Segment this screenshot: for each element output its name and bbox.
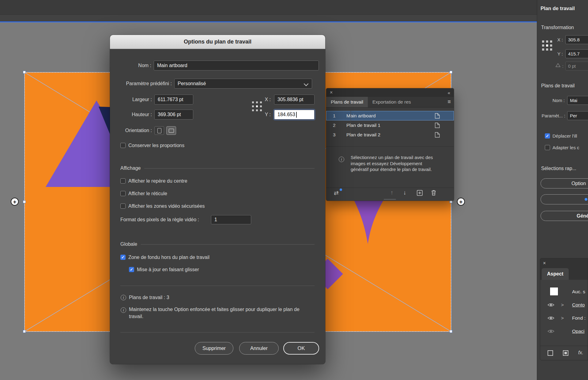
display-section-header: Affichage: [120, 165, 315, 171]
panel-menu-icon[interactable]: ≡: [447, 99, 451, 105]
selection-handle-w[interactable]: [23, 200, 26, 203]
close-icon[interactable]: ×: [543, 260, 546, 266]
orientation-portrait-button[interactable]: [154, 126, 164, 135]
constrain-proportions-label: Conserver les proportions: [128, 143, 184, 148]
portrait-icon: [157, 128, 161, 133]
preset-select[interactable]: Personnalisé: [174, 79, 312, 89]
opacity-link[interactable]: Opaci: [572, 329, 585, 334]
fit-artwork-checkbox[interactable]: [545, 145, 550, 150]
artboard-page-icon[interactable]: [435, 132, 440, 138]
plus-icon: +: [459, 199, 462, 205]
no-appearance-swatch[interactable]: [550, 287, 558, 296]
angle-input: 0 pt: [565, 62, 588, 70]
notification-dot: [585, 198, 587, 201]
tab-appearance[interactable]: Aspect: [542, 268, 569, 280]
artboard-row-3[interactable]: 3 Plan de travail 2: [326, 130, 454, 139]
visibility-eye-icon[interactable]: [548, 329, 554, 333]
name-label: Nom :: [116, 61, 151, 70]
x-value: 305.8836 pt: [277, 97, 303, 102]
fill-label[interactable]: Fond :: [572, 315, 586, 321]
x-value: 305.8: [568, 37, 580, 42]
divider: [326, 188, 454, 188]
rearrange-artboards-icon[interactable]: ⇄: [334, 190, 339, 196]
orientation-landscape-button[interactable]: [166, 126, 176, 135]
add-effect-fx-icon[interactable]: fx.: [578, 350, 583, 355]
new-fill-icon[interactable]: [563, 350, 568, 356]
quick-actions-section-title: Sélections rap...: [541, 166, 576, 171]
collapse-icon[interactable]: «: [448, 90, 450, 95]
x-input[interactable]: 305.8836 pt: [274, 95, 315, 104]
preset-label: Paramètre prédéfini :: [116, 79, 172, 89]
column-divider: [351, 111, 351, 139]
generate-button[interactable]: Géné: [541, 211, 588, 221]
panel-resize-grip[interactable]: [384, 199, 396, 200]
expand-chevron-icon[interactable]: >: [561, 302, 564, 308]
selection-handle-e[interactable]: [450, 200, 452, 203]
visibility-eye-icon[interactable]: [548, 316, 554, 320]
move-down-icon[interactable]: ↓: [403, 190, 406, 196]
selection-handle-ne[interactable]: [450, 71, 452, 74]
x-label: X :: [257, 95, 271, 104]
cancel-button[interactable]: Annuler: [239, 342, 279, 355]
update-while-dragging-checkbox[interactable]: ✓: [129, 267, 134, 272]
new-stroke-icon[interactable]: [548, 350, 553, 356]
name-input[interactable]: Main artboard: [154, 61, 319, 70]
add-artboard-left-button[interactable]: +: [11, 198, 19, 206]
name-input[interactable]: Mai: [567, 96, 588, 105]
expand-chevron-icon[interactable]: >: [561, 315, 564, 321]
artboard-page-icon[interactable]: [435, 113, 440, 119]
stroke-link[interactable]: Conto: [572, 302, 585, 308]
selection-handle-sw[interactable]: [23, 330, 26, 333]
delete-button[interactable]: Supprimer: [195, 342, 233, 355]
move-artwork-checkbox[interactable]: ✓: [545, 133, 550, 139]
constrain-proportions-checkbox[interactable]: [120, 143, 126, 148]
plus-icon: +: [13, 199, 16, 205]
tab-artboards[interactable]: Plans de travail: [326, 97, 368, 107]
video-ruler-input[interactable]: 1: [211, 215, 251, 224]
tab-asset-export[interactable]: Exportation de res: [368, 97, 416, 107]
generative-prompt-button[interactable]: [541, 194, 588, 204]
add-artboard-right-button[interactable]: +: [457, 198, 465, 206]
reference-point-grid-icon[interactable]: [542, 40, 552, 51]
artboard-row-number: 3: [326, 132, 346, 138]
height-input[interactable]: 369.306 pt: [154, 110, 193, 120]
move-up-icon[interactable]: ↑: [390, 190, 394, 196]
panel-header: ×: [540, 258, 588, 268]
new-artboard-icon[interactable]: [417, 190, 423, 196]
x-input[interactable]: 305.8: [565, 35, 588, 44]
artboard-page-icon[interactable]: [435, 123, 440, 128]
visibility-eye-icon[interactable]: [548, 303, 554, 307]
close-icon[interactable]: ×: [330, 90, 333, 95]
angle-value: 0 pt: [568, 63, 576, 69]
divider: [120, 286, 315, 286]
preset-label: Paramèt... :: [539, 111, 565, 120]
show-cross-hairs-label: Afficher le réticule: [128, 191, 167, 196]
notification-dot: [340, 188, 342, 191]
y-input[interactable]: 184.653: [274, 110, 315, 120]
text-caret: [296, 112, 297, 118]
control-toolbar[interactable]: [0, 15, 537, 21]
y-value: 415.7: [568, 51, 580, 56]
selection-handle-se[interactable]: [450, 330, 452, 333]
show-video-safe-areas-checkbox[interactable]: [120, 203, 126, 209]
show-cross-hairs-checkbox[interactable]: [120, 191, 126, 196]
y-input[interactable]: 415.7: [565, 49, 588, 58]
show-center-mark-checkbox[interactable]: [120, 178, 126, 184]
artboard-row-1[interactable]: 1 Main artboard: [326, 111, 454, 120]
video-ruler-label: Format des pixels de la règle vidéo :: [120, 215, 199, 224]
dialog-title-bar[interactable]: Options du plan de travail: [110, 35, 325, 49]
accent-divider: [0, 21, 537, 22]
preset-select[interactable]: Per: [567, 111, 588, 120]
selection-handle-nw[interactable]: [23, 71, 26, 74]
fade-region-checkbox[interactable]: ✓: [120, 255, 126, 260]
video-ruler-value: 1: [214, 217, 217, 222]
delete-artboard-trash-icon[interactable]: [431, 190, 436, 196]
artboard-row-2[interactable]: 2 Plan de travail 1: [326, 120, 454, 130]
artboard-options-button[interactable]: Option: [541, 178, 588, 188]
update-while-dragging-label: Mise à jour en faisant glisser: [137, 267, 199, 272]
width-input[interactable]: 611.7673 pt: [154, 95, 193, 104]
move-artwork-label: Déplacer l'ill: [552, 133, 577, 139]
ok-button[interactable]: OK: [283, 342, 319, 355]
menu-bar[interactable]: [0, 0, 537, 15]
show-center-mark-label: Afficher le repère du centre: [128, 178, 187, 184]
